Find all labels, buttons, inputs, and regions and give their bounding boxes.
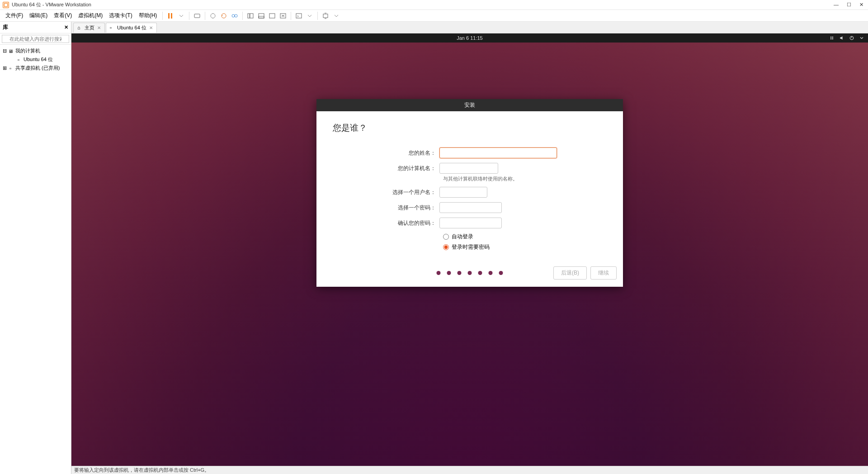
close-button[interactable]: ✕	[858, 2, 865, 8]
radio-pass-input[interactable]	[443, 244, 449, 250]
svg-point-8	[235, 14, 237, 17]
stretch-icon[interactable]	[321, 11, 330, 21]
input-computer[interactable]	[439, 163, 498, 174]
window-title-bar: Ubuntu 64 位 - VMware Workstation — ☐ ✕	[0, 0, 868, 10]
dropdown-icon[interactable]	[331, 11, 341, 21]
computer-icon: 🖥	[7, 48, 14, 54]
main-area: 库 ✕ ⊟ 🖥 我的计算机 ▫ Ubuntu 64 位 ⊞ ▫ 共享	[0, 22, 868, 474]
installer-window: 安装 您是谁？ 您的姓名： 您的计算机名： 与其他计算机联络时使用的名称。 选择…	[316, 99, 623, 287]
row-name: 您的姓名：	[333, 147, 607, 158]
svg-point-6	[222, 14, 226, 18]
sidebar-title: 库	[3, 24, 8, 31]
datetime-label[interactable]: Jan 6 11:15	[457, 35, 483, 41]
snapshot-revert-icon[interactable]	[219, 11, 229, 21]
collapse-icon[interactable]: ⊟	[3, 48, 7, 54]
sidebar-close-icon[interactable]: ✕	[64, 24, 68, 30]
tab-label: 主页	[85, 24, 94, 31]
separator	[317, 12, 318, 20]
dropdown-icon[interactable]	[176, 11, 186, 21]
fullscreen-icon[interactable]	[267, 11, 277, 21]
vm-icon: ▫	[110, 25, 115, 30]
dropdown-icon[interactable]	[305, 11, 315, 21]
input-username[interactable]	[439, 187, 487, 198]
vm-screen[interactable]: Jan 6 11:15 安装 您是谁？ 您的姓名：	[71, 33, 868, 466]
tree-root-label: 我的计算机	[15, 47, 40, 54]
continue-button[interactable]: 继续	[590, 266, 617, 280]
progress-dots	[437, 271, 503, 275]
tree-item-shared[interactable]: ⊞ ▫ 共享虚拟机 (已弃用)	[1, 64, 70, 72]
row-username: 选择一个用户名：	[333, 187, 607, 198]
tab-close-icon[interactable]: ✕	[149, 25, 153, 30]
search-input[interactable]	[2, 35, 69, 43]
input-password[interactable]	[439, 202, 502, 213]
input-name[interactable]	[439, 147, 557, 158]
label-name: 您的姓名：	[333, 149, 439, 157]
home-icon: ⌂	[77, 25, 83, 30]
view-sidebar-icon[interactable]	[245, 11, 255, 21]
window-controls: — ☐ ✕	[832, 2, 865, 8]
shared-vm-icon: ▫	[7, 65, 14, 71]
console-icon[interactable]	[294, 11, 304, 21]
network-icon[interactable]	[829, 35, 835, 41]
menu-bar: 文件(F) 编辑(E) 查看(V) 虚拟机(M) 选项卡(T) 帮助(H)	[0, 10, 868, 22]
radio-require-password[interactable]: 登录时需要密码	[443, 243, 607, 251]
svg-point-5	[211, 14, 215, 18]
tab-close-icon[interactable]: ✕	[97, 25, 101, 30]
unity-icon[interactable]	[278, 11, 288, 21]
label-computer: 您的计算机名：	[333, 165, 439, 172]
label-username: 选择一个用户名：	[333, 189, 439, 196]
svg-rect-9	[248, 14, 250, 18]
hint-computer: 与其他计算机联络时使用的名称。	[443, 175, 607, 182]
svg-rect-16	[323, 14, 328, 18]
snapshot-manager-icon[interactable]	[230, 11, 240, 21]
svg-rect-11	[259, 14, 264, 18]
menu-edit[interactable]: 编辑(E)	[27, 11, 50, 20]
ubuntu-tray[interactable]	[829, 35, 864, 41]
maximize-button[interactable]: ☐	[845, 2, 853, 8]
sidebar-search	[0, 33, 71, 45]
tab-bar: ⌂ 主页 ✕ ▫ Ubuntu 64 位 ✕	[71, 22, 868, 33]
svg-rect-4	[194, 14, 200, 18]
radio-auto-login[interactable]: 自动登录	[443, 233, 607, 241]
pause-icon[interactable]	[165, 11, 175, 21]
tab-ubuntu[interactable]: ▫ Ubuntu 64 位 ✕	[106, 23, 157, 33]
svg-rect-3	[171, 13, 172, 19]
sidebar-tree: ⊟ 🖥 我的计算机 ▫ Ubuntu 64 位 ⊞ ▫ 共享虚拟机 (已弃用)	[0, 45, 71, 74]
window-title: Ubuntu 64 位 - VMware Workstation	[12, 1, 91, 8]
menu-help[interactable]: 帮助(H)	[136, 11, 160, 20]
radio-auto-input[interactable]	[443, 234, 449, 240]
vm-icon: ▫	[15, 57, 22, 63]
svg-rect-2	[168, 13, 170, 19]
send-ctrl-alt-del-icon[interactable]	[192, 11, 202, 21]
separator	[162, 12, 163, 20]
svg-rect-15	[296, 14, 302, 18]
row-confirm: 确认您的密码：	[333, 218, 607, 228]
snapshot-take-icon[interactable]	[208, 11, 218, 21]
svg-point-7	[232, 14, 235, 17]
ubuntu-top-bar: Jan 6 11:15	[71, 33, 868, 43]
view-thumbnail-icon[interactable]	[256, 11, 266, 21]
separator	[242, 12, 243, 20]
chevron-down-icon[interactable]	[859, 35, 864, 41]
power-icon[interactable]	[849, 35, 854, 41]
menu-vm[interactable]: 虚拟机(M)	[75, 11, 105, 20]
vmware-icon	[3, 2, 9, 8]
label-confirm: 确认您的密码：	[333, 219, 439, 227]
sidebar-header: 库 ✕	[0, 22, 71, 33]
tab-home[interactable]: ⌂ 主页 ✕	[73, 23, 105, 33]
minimize-button[interactable]: —	[832, 2, 840, 8]
volume-icon[interactable]	[839, 35, 844, 41]
menu-view[interactable]: 查看(V)	[51, 11, 75, 20]
status-bar: 要将输入定向到该虚拟机，请在虚拟机内部单击或按 Ctrl+G。	[71, 466, 868, 474]
svg-rect-1	[5, 4, 7, 6]
tree-root[interactable]: ⊟ 🖥 我的计算机	[1, 47, 70, 55]
menu-file[interactable]: 文件(F)	[3, 11, 26, 20]
back-button[interactable]: 后退(B)	[553, 266, 587, 280]
installer-heading: 您是谁？	[333, 122, 607, 134]
label-password: 选择一个密码：	[333, 204, 439, 212]
menu-tabs[interactable]: 选项卡(T)	[106, 11, 135, 20]
tree-item-ubuntu[interactable]: ▫ Ubuntu 64 位	[9, 55, 70, 64]
tree-item-label: 共享虚拟机 (已弃用)	[15, 65, 60, 71]
input-confirm[interactable]	[439, 218, 502, 228]
expand-icon[interactable]: ⊞	[3, 65, 7, 71]
